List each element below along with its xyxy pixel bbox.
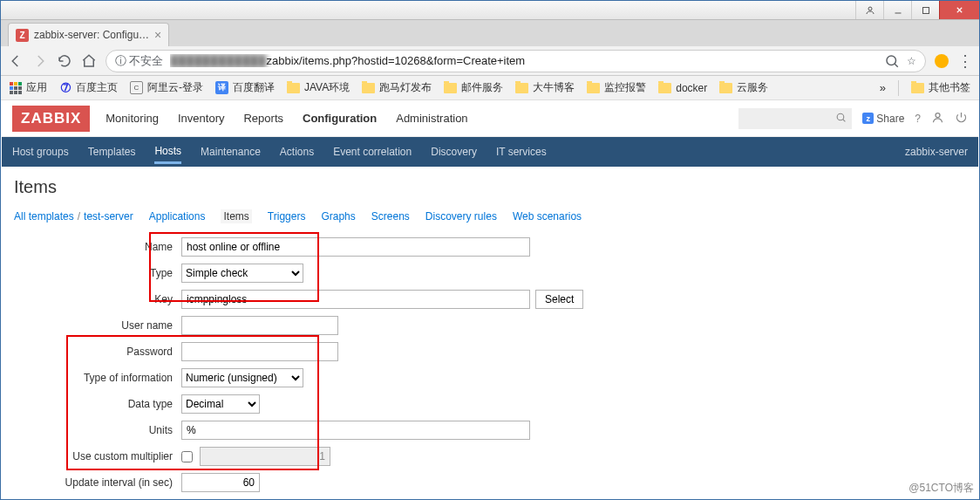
bookmark-label: 跑马灯发布 [379,80,432,95]
subnav-hosts[interactable]: Hosts [154,140,181,164]
select-datatype[interactable]: Decimal [181,394,260,414]
label-typeinfo: Type of information [14,372,181,384]
bc-graphs[interactable]: Graphs [321,210,355,223]
watermark: @51CTO博客 [909,481,974,496]
bookmark-label: 云服务 [737,80,768,95]
folder-icon [444,83,457,93]
user-icon[interactable] [931,111,944,127]
bookmark-star-icon[interactable]: ☆ [907,55,916,67]
subnav-host-groups[interactable]: Host groups [12,141,69,162]
bookmark-folder[interactable]: 大牛博客 [515,80,575,95]
label-type: Type [14,267,181,279]
site-info-icon[interactable]: ⓘ 不安全 [115,53,163,69]
bookmark-other[interactable]: 其他书签 [911,80,970,95]
subnav-maintenance[interactable]: Maintenance [201,141,261,162]
os-maximize-button[interactable] [911,1,939,19]
row-units: Units [14,421,966,440]
svg-rect-2 [922,7,929,13]
input-name[interactable] [181,237,530,257]
subnav-templates[interactable]: Templates [88,141,136,162]
subnav-actions[interactable]: Actions [280,141,314,162]
apps-grid-icon [10,82,22,94]
zabbix-page: ZABBIX Monitoring Inventory Reports Conf… [2,100,978,498]
folder-icon [515,83,528,93]
bookmark-folder[interactable]: docker [658,82,707,94]
bc-discovery[interactable]: Discovery rules [425,210,497,223]
select-typeinfo[interactable]: Numeric (unsigned) [181,368,303,387]
extension-icon[interactable] [935,54,949,68]
row-interval: Update interval (in sec) [14,473,966,492]
os-avatar-button[interactable] [855,1,883,19]
bookmark-folder[interactable]: 邮件服务 [444,80,503,95]
help-icon[interactable]: ? [915,113,921,125]
row-password: Password [14,342,966,361]
input-key[interactable] [181,290,530,309]
bookmark-folder[interactable]: 监控报警 [587,80,646,95]
nav-inventory[interactable]: Inventory [178,103,224,134]
input-username[interactable] [181,316,338,335]
bookmark-label: 百度主页 [76,80,118,95]
zabbix-subnav: Host groups Templates Hosts Maintenance … [2,137,978,167]
tab-favicon-icon: Z [16,29,29,42]
logout-icon[interactable] [955,111,968,127]
search-icon[interactable] [884,53,900,69]
select-key-button[interactable]: Select [535,290,583,309]
bc-triggers[interactable]: Triggers [268,210,306,223]
bookmark-folder[interactable]: 云服务 [719,80,768,95]
input-multiplier-value [200,447,330,466]
nav-reload-icon[interactable] [57,53,72,69]
bookmark-item[interactable]: ➆百度主页 [59,80,118,95]
subnav-event-correlation[interactable]: Event correlation [333,141,412,162]
input-units[interactable] [181,421,530,440]
separator [898,80,899,96]
subnav-server-name: zabbix-server [905,146,968,158]
bc-web[interactable]: Web scenarios [513,210,582,223]
subnav-it-services[interactable]: IT services [496,141,547,162]
nav-home-icon[interactable] [81,53,97,69]
bc-screens[interactable]: Screens [371,210,410,223]
row-key: Key Select [14,290,966,309]
bookmark-label: 监控报警 [604,80,646,95]
nav-administration[interactable]: Administration [396,103,467,134]
bookmarks-overflow-icon[interactable]: » [880,81,886,94]
row-multiplier: Use custom multiplier [14,447,966,466]
input-password[interactable] [181,342,338,361]
os-titlebar [1,1,979,20]
nav-reports[interactable]: Reports [243,103,283,134]
checkbox-multiplier[interactable] [181,451,193,462]
bookmark-label: 其他书签 [929,80,970,95]
translate-icon: 译 [215,81,228,94]
label-units: Units [14,424,181,436]
folder-icon [719,83,732,93]
nav-configuration[interactable]: Configuration [303,103,377,134]
bookmark-item[interactable]: 译百度翻译 [215,80,275,95]
os-minimize-button[interactable] [883,1,911,19]
tab-close-icon[interactable]: × [154,28,161,42]
url-input[interactable]: ⓘ 不安全 ████████████zabbix/items.php?hosti… [105,50,926,72]
label-datatype: Data type [14,398,181,410]
folder-icon [658,83,671,93]
bc-test-server[interactable]: test-server [84,210,133,223]
bookmark-folder[interactable]: JAVA环境 [287,80,350,95]
aliyun-icon: C [130,81,143,94]
browser-tab-active[interactable]: Z zabbix-server: Configu… × [8,23,169,46]
browser-menu-icon[interactable]: ⋮ [957,51,972,71]
bookmark-apps[interactable]: 应用 [10,80,47,95]
zabbix-logo[interactable]: ZABBIX [12,106,90,132]
share-link[interactable]: zShare [862,113,904,125]
tab-title: zabbix-server: Configu… [34,29,149,41]
subnav-discovery[interactable]: Discovery [431,141,477,162]
bookmark-item[interactable]: C阿里云-登录 [130,80,203,95]
os-close-button[interactable] [939,1,979,19]
label-name: Name [14,241,181,253]
select-type[interactable]: Simple check [181,264,303,283]
bc-all-templates[interactable]: All templates [14,210,74,223]
nav-monitoring[interactable]: Monitoring [105,103,159,134]
search-icon[interactable] [835,112,847,126]
bc-sep: / [78,210,80,223]
svg-point-0 [868,7,872,10]
input-interval[interactable] [181,473,260,492]
bc-applications[interactable]: Applications [149,210,206,223]
nav-back-icon[interactable] [8,53,24,69]
bookmark-folder[interactable]: 跑马灯发布 [362,80,432,95]
